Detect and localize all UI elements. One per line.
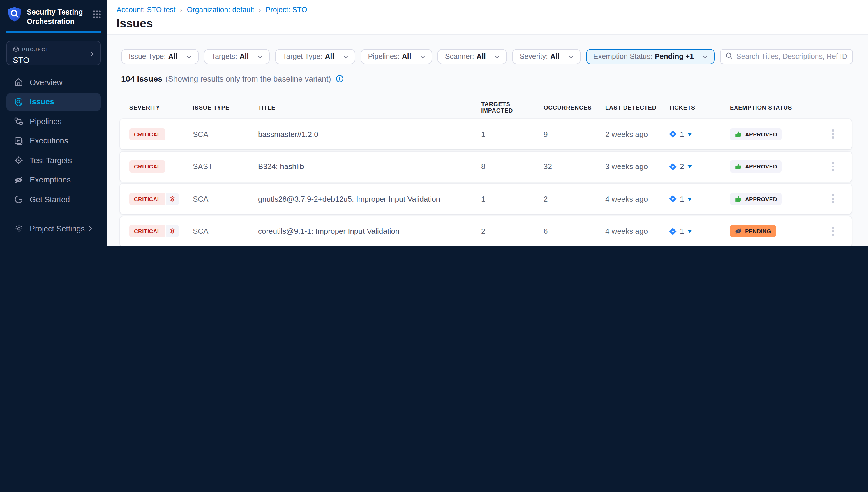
sidebar-item-get-started[interactable]: Get Started <box>6 190 101 209</box>
ticket-caret-down-icon[interactable] <box>687 131 693 137</box>
status-badge: APPROVED <box>730 160 782 173</box>
row-menu-kebab-icon[interactable] <box>830 127 836 141</box>
severity-label: CRITICAL <box>129 193 165 205</box>
occurrences-cell: 2 <box>544 194 605 203</box>
filter-label: Target Type: <box>283 52 322 60</box>
filter-exemption-status[interactable]: Exemption Status:Pending +1 <box>586 49 715 64</box>
thumbs-up-icon <box>735 195 742 202</box>
severity-badge: CRITICAL <box>129 128 165 140</box>
breadcrumb-account[interactable]: Account: STO test <box>116 6 175 14</box>
exemption-status-cell: APPROVED <box>730 160 830 173</box>
sidebar-item-issues[interactable]: Issues <box>6 92 101 111</box>
table-row[interactable]: CRITICALSASTB324: hashlib8323 weeks ago2… <box>120 151 852 181</box>
jira-ticket-icon <box>669 195 677 203</box>
table-row[interactable]: CRITICALSCAcoreutils@9.1-1: Improper Inp… <box>120 216 852 246</box>
brand: Security Testing Orchestration <box>0 0 107 26</box>
row-menu-kebab-icon[interactable] <box>830 224 836 238</box>
page-title: Issues <box>116 17 868 30</box>
sidebar-item-overview[interactable]: Overview <box>6 73 101 92</box>
column-header-tickets: TICKETS <box>669 104 730 110</box>
sidebar-item-label: Issues <box>30 97 54 106</box>
chevron-right-icon: › <box>259 6 261 14</box>
issue-type-cell: SCA <box>193 227 258 236</box>
severity-cell: CRITICAL <box>129 225 193 237</box>
status-badge: APPROVED <box>730 193 782 205</box>
sidebar-item-label: Get Started <box>30 195 70 204</box>
project-selector[interactable]: PROJECT STO <box>6 41 101 65</box>
row-menu-kebab-icon[interactable] <box>830 160 836 173</box>
status-label: PENDING <box>745 228 771 234</box>
issues-table: CRITICALSCAbassmaster//1.2.0192 weeks ag… <box>120 119 852 246</box>
search-box[interactable] <box>720 49 853 64</box>
breadcrumb-organization[interactable]: Organization: default <box>187 6 254 14</box>
table-row[interactable]: CRITICALSCAgnutls28@3.7.9-2+deb12u5: Imp… <box>120 183 852 214</box>
last-detected-cell: 3 weeks ago <box>605 162 669 171</box>
table-row[interactable]: CRITICALSCAbassmaster//1.2.0192 weeks ag… <box>120 119 852 149</box>
ticket-count: 1 <box>680 194 684 203</box>
column-header-exemption-status: EXEMPTION STATUS <box>730 104 830 110</box>
exemption-status-cell: APPROVED <box>730 193 830 205</box>
sidebar-item-project-settings[interactable]: Project Settings <box>6 219 101 238</box>
last-detected-cell: 4 weeks ago <box>605 194 669 203</box>
filter-label: Exemption Status: <box>593 52 653 60</box>
gear-icon <box>14 224 23 233</box>
filter-label: Targets: <box>211 52 237 60</box>
column-header-occurrences: OCCURRENCES <box>544 104 605 110</box>
sidebar-item-pipelines[interactable]: Pipelines <box>6 112 101 130</box>
ticket-caret-down-icon[interactable] <box>687 196 693 201</box>
row-menu-kebab-icon[interactable] <box>830 192 836 206</box>
sidebar-item-test-targets[interactable]: Test Targets <box>6 151 101 170</box>
filter-issue-type[interactable]: Issue Type:All <box>121 49 199 64</box>
shield-search-icon <box>14 97 23 106</box>
filter-pipelines[interactable]: Pipelines:All <box>360 49 432 64</box>
issue-title[interactable]: coreutils@9.1-1: Improper Input Validati… <box>258 227 481 236</box>
sidebar-item-label: Executions <box>30 137 68 145</box>
target-icon <box>14 156 23 165</box>
tickets-cell[interactable]: 1 <box>669 194 730 203</box>
filter-severity[interactable]: Severity:All <box>512 49 580 64</box>
sidebar-item-exemptions[interactable]: Exemptions <box>6 171 101 189</box>
chevron-down-icon <box>568 53 574 60</box>
breadcrumb-project[interactable]: Project: STO <box>266 6 307 14</box>
filter-targets[interactable]: Targets:All <box>204 49 270 64</box>
filter-value: All <box>550 52 559 60</box>
ticket-count: 2 <box>680 162 684 171</box>
chevron-down-icon <box>702 53 708 60</box>
filter-value: All <box>239 52 249 60</box>
sidebar-item-label: Pipelines <box>30 117 62 126</box>
issue-title[interactable]: bassmaster//1.2.0 <box>258 130 481 139</box>
issue-title[interactable]: gnutls28@3.7.9-2+deb12u5: Improper Input… <box>258 194 481 203</box>
compass-icon <box>14 195 23 204</box>
occurrences-cell: 6 <box>544 227 605 236</box>
issues-note: (Showing results only from the baseline … <box>165 74 331 83</box>
status-badge: APPROVED <box>730 128 782 140</box>
info-icon[interactable] <box>336 75 344 83</box>
issue-type-cell: SCA <box>193 130 258 139</box>
app-title: Security Testing Orchestration <box>27 7 86 26</box>
chevron-down-icon <box>419 53 426 60</box>
sidebar: Security Testing Orchestration PROJECT S… <box>0 0 107 246</box>
tickets-cell[interactable]: 1 <box>669 130 730 139</box>
chevron-down-icon <box>494 53 500 60</box>
issue-title[interactable]: B324: hashlib <box>258 162 481 171</box>
filter-value: All <box>325 52 334 60</box>
search-icon <box>725 51 733 62</box>
severity-badge: CRITICAL <box>129 193 179 205</box>
column-header-severity: SEVERITY <box>129 104 193 110</box>
search-input[interactable] <box>736 52 848 60</box>
ticket-caret-down-icon[interactable] <box>687 228 693 234</box>
filter-target-type[interactable]: Target Type:All <box>275 49 355 64</box>
sidebar-nav: OverviewIssuesPipelinesExecutionsTest Ta… <box>0 73 107 209</box>
jira-ticket-icon <box>669 162 677 171</box>
filter-scanner[interactable]: Scanner:All <box>438 49 507 64</box>
sidebar-item-label: Overview <box>30 78 62 87</box>
ticket-caret-down-icon[interactable] <box>687 164 693 169</box>
brand-underline <box>6 31 101 33</box>
issue-type-cell: SAST <box>193 162 258 171</box>
tickets-cell[interactable]: 1 <box>669 227 730 236</box>
sidebar-item-executions[interactable]: Executions <box>6 131 101 150</box>
app-grid-icon[interactable] <box>93 10 101 21</box>
play-icon <box>14 136 23 145</box>
tickets-cell[interactable]: 2 <box>669 162 730 171</box>
targets-impacted-cell: 2 <box>481 227 544 236</box>
